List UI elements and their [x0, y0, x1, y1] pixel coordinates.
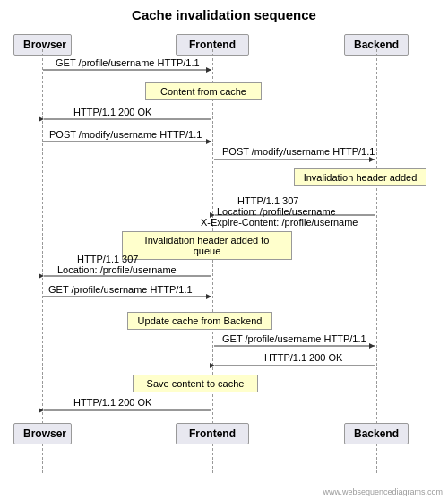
msg-200-2: HTTP/1.1 200 OK — [264, 352, 342, 363]
msg-post-1: POST /modify/username HTTP/1.1 — [49, 129, 202, 140]
msg-307-1-line3: X-Expire-Content: /profile/username — [201, 217, 358, 228]
msg-307-1-line1: HTTP/1.1 307 — [237, 195, 298, 206]
note-update-cache: Update cache from Backend — [127, 312, 272, 330]
page-title: Cache invalidation sequence — [0, 0, 448, 26]
msg-get-2: GET /profile/username HTTP/1.1 — [48, 284, 193, 295]
msg-post-2: POST /modify/username HTTP/1.1 — [222, 146, 375, 157]
actor-browser-bottom: Browser — [13, 423, 72, 444]
msg-get-1: GET /profile/username HTTP/1.1 — [56, 57, 200, 68]
actor-backend-bottom: Backend — [344, 423, 409, 444]
msg-307-2-line2: Location: /profile/username — [57, 264, 177, 275]
note-content-from-cache: Content from cache — [145, 82, 262, 100]
lifeline-backend — [376, 49, 377, 473]
msg-200-3: HTTP/1.1 200 OK — [73, 397, 151, 408]
note-invalidation-queue: Invalidation header added to queue — [122, 231, 292, 260]
actor-frontend-bottom: Frontend — [176, 423, 249, 444]
lifeline-browser — [42, 49, 43, 473]
lifeline-frontend — [212, 49, 213, 473]
watermark: www.websequencediagrams.com — [323, 487, 443, 496]
msg-307-1-line2: Location: /profile/username — [217, 206, 336, 217]
msg-200-1: HTTP/1.1 200 OK — [73, 107, 151, 117]
note-invalidation-added: Invalidation header added — [294, 168, 426, 186]
msg-307-2-line1: HTTP/1.1 307 — [77, 254, 138, 264]
msg-get-3: GET /profile/username HTTP/1.1 — [222, 333, 366, 344]
note-save-cache: Save content to cache — [133, 375, 258, 392]
diagram: Cache invalidation sequence Browser Fron… — [0, 0, 448, 500]
